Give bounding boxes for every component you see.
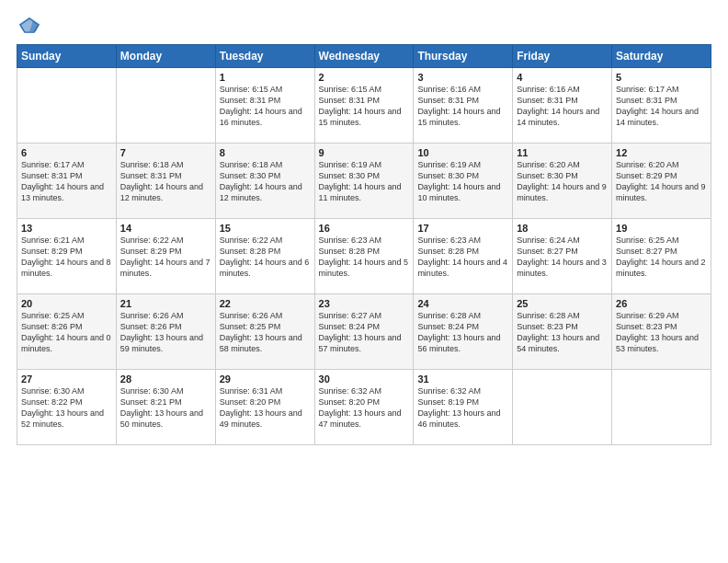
day-number: 11 — [517, 147, 608, 158]
weekday-header-thursday: Thursday — [414, 45, 513, 68]
weekday-header-wednesday: Wednesday — [314, 45, 414, 68]
calendar-cell: 22Sunrise: 6:26 AM Sunset: 8:25 PM Dayli… — [215, 294, 314, 370]
week-row-3: 13Sunrise: 6:21 AM Sunset: 8:29 PM Dayli… — [17, 219, 711, 294]
day-number: 25 — [517, 298, 608, 309]
logo-icon — [17, 15, 42, 35]
calendar-cell: 27Sunrise: 6:30 AM Sunset: 8:22 PM Dayli… — [17, 370, 117, 445]
day-number: 3 — [417, 72, 508, 83]
calendar-cell: 5Sunrise: 6:17 AM Sunset: 8:31 PM Daylig… — [612, 68, 711, 144]
weekday-header-saturday: Saturday — [612, 45, 711, 68]
day-number: 29 — [220, 373, 311, 385]
day-info: Sunrise: 6:28 AM Sunset: 8:24 PM Dayligh… — [417, 310, 508, 355]
calendar-cell: 21Sunrise: 6:26 AM Sunset: 8:26 PM Dayli… — [116, 294, 215, 370]
day-number: 4 — [517, 72, 608, 83]
calendar-cell: 1Sunrise: 6:15 AM Sunset: 8:31 PM Daylig… — [215, 68, 314, 144]
day-number: 7 — [120, 147, 211, 158]
calendar-cell: 9Sunrise: 6:19 AM Sunset: 8:30 PM Daylig… — [314, 144, 414, 219]
page-header — [17, 15, 711, 35]
day-info: Sunrise: 6:23 AM Sunset: 8:28 PM Dayligh… — [417, 235, 508, 280]
day-number: 19 — [616, 223, 707, 234]
day-number: 22 — [220, 298, 311, 309]
day-info: Sunrise: 6:23 AM Sunset: 8:28 PM Dayligh… — [319, 235, 410, 280]
day-info: Sunrise: 6:20 AM Sunset: 8:29 PM Dayligh… — [616, 159, 707, 204]
calendar-cell: 7Sunrise: 6:18 AM Sunset: 8:31 PM Daylig… — [116, 144, 215, 219]
day-number: 23 — [319, 298, 410, 309]
day-number: 21 — [120, 298, 211, 309]
day-info: Sunrise: 6:21 AM Sunset: 8:29 PM Dayligh… — [21, 235, 112, 280]
calendar-cell: 19Sunrise: 6:25 AM Sunset: 8:27 PM Dayli… — [612, 219, 711, 294]
day-info: Sunrise: 6:30 AM Sunset: 8:21 PM Dayligh… — [120, 385, 211, 431]
day-info: Sunrise: 6:31 AM Sunset: 8:20 PM Dayligh… — [220, 385, 311, 431]
day-number: 17 — [417, 223, 508, 234]
calendar-cell — [612, 370, 711, 445]
calendar-cell: 3Sunrise: 6:16 AM Sunset: 8:31 PM Daylig… — [414, 68, 513, 144]
week-row-4: 20Sunrise: 6:25 AM Sunset: 8:26 PM Dayli… — [17, 294, 711, 370]
day-number: 14 — [120, 223, 211, 234]
calendar-cell: 11Sunrise: 6:20 AM Sunset: 8:30 PM Dayli… — [513, 144, 612, 219]
day-number: 26 — [616, 298, 707, 309]
calendar-cell: 4Sunrise: 6:16 AM Sunset: 8:31 PM Daylig… — [513, 68, 612, 144]
day-info: Sunrise: 6:19 AM Sunset: 8:30 PM Dayligh… — [417, 159, 508, 204]
calendar-cell: 24Sunrise: 6:28 AM Sunset: 8:24 PM Dayli… — [414, 294, 513, 370]
day-info: Sunrise: 6:28 AM Sunset: 8:23 PM Dayligh… — [517, 310, 608, 355]
weekday-header-tuesday: Tuesday — [215, 45, 314, 68]
calendar-cell: 29Sunrise: 6:31 AM Sunset: 8:20 PM Dayli… — [215, 370, 314, 445]
calendar-cell: 17Sunrise: 6:23 AM Sunset: 8:28 PM Dayli… — [414, 219, 513, 294]
day-info: Sunrise: 6:20 AM Sunset: 8:30 PM Dayligh… — [517, 159, 608, 204]
day-info: Sunrise: 6:17 AM Sunset: 8:31 PM Dayligh… — [616, 84, 707, 129]
calendar-cell: 14Sunrise: 6:22 AM Sunset: 8:29 PM Dayli… — [116, 219, 215, 294]
day-info: Sunrise: 6:18 AM Sunset: 8:30 PM Dayligh… — [220, 159, 311, 204]
day-info: Sunrise: 6:15 AM Sunset: 8:31 PM Dayligh… — [220, 84, 311, 129]
calendar-cell: 12Sunrise: 6:20 AM Sunset: 8:29 PM Dayli… — [612, 144, 711, 219]
calendar-cell: 26Sunrise: 6:29 AM Sunset: 8:23 PM Dayli… — [612, 294, 711, 370]
day-number: 10 — [417, 147, 508, 158]
calendar-cell: 28Sunrise: 6:30 AM Sunset: 8:21 PM Dayli… — [116, 370, 215, 445]
calendar-cell: 18Sunrise: 6:24 AM Sunset: 8:27 PM Dayli… — [513, 219, 612, 294]
day-info: Sunrise: 6:16 AM Sunset: 8:31 PM Dayligh… — [417, 84, 508, 129]
day-number: 16 — [319, 223, 410, 234]
day-info: Sunrise: 6:32 AM Sunset: 8:20 PM Dayligh… — [319, 385, 410, 431]
weekday-header-monday: Monday — [116, 45, 215, 68]
day-info: Sunrise: 6:16 AM Sunset: 8:31 PM Dayligh… — [517, 84, 608, 129]
day-number: 27 — [21, 373, 112, 385]
day-number: 20 — [21, 298, 112, 309]
day-info: Sunrise: 6:25 AM Sunset: 8:27 PM Dayligh… — [616, 235, 707, 280]
calendar-cell: 20Sunrise: 6:25 AM Sunset: 8:26 PM Dayli… — [17, 294, 117, 370]
day-info: Sunrise: 6:30 AM Sunset: 8:22 PM Dayligh… — [21, 385, 112, 431]
day-number: 30 — [319, 373, 410, 385]
week-row-5: 27Sunrise: 6:30 AM Sunset: 8:22 PM Dayli… — [17, 370, 711, 445]
day-number: 12 — [616, 147, 707, 158]
calendar-cell: 23Sunrise: 6:27 AM Sunset: 8:24 PM Dayli… — [314, 294, 414, 370]
weekday-header-sunday: Sunday — [17, 45, 117, 68]
day-info: Sunrise: 6:18 AM Sunset: 8:31 PM Dayligh… — [120, 159, 211, 204]
week-row-2: 6Sunrise: 6:17 AM Sunset: 8:31 PM Daylig… — [17, 144, 711, 219]
day-info: Sunrise: 6:25 AM Sunset: 8:26 PM Dayligh… — [21, 310, 112, 355]
calendar-cell: 31Sunrise: 6:32 AM Sunset: 8:19 PM Dayli… — [414, 370, 513, 445]
day-number: 9 — [319, 147, 410, 158]
day-number: 2 — [319, 72, 410, 83]
weekday-header-row: SundayMondayTuesdayWednesdayThursdayFrid… — [17, 45, 711, 68]
calendar-cell: 15Sunrise: 6:22 AM Sunset: 8:28 PM Dayli… — [215, 219, 314, 294]
day-info: Sunrise: 6:19 AM Sunset: 8:30 PM Dayligh… — [319, 159, 410, 204]
logo — [17, 15, 46, 35]
calendar-cell: 30Sunrise: 6:32 AM Sunset: 8:20 PM Dayli… — [314, 370, 414, 445]
calendar-cell: 25Sunrise: 6:28 AM Sunset: 8:23 PM Dayli… — [513, 294, 612, 370]
day-info: Sunrise: 6:27 AM Sunset: 8:24 PM Dayligh… — [319, 310, 410, 355]
day-number: 18 — [517, 223, 608, 234]
day-info: Sunrise: 6:26 AM Sunset: 8:25 PM Dayligh… — [220, 310, 311, 355]
day-info: Sunrise: 6:22 AM Sunset: 8:29 PM Dayligh… — [120, 235, 211, 280]
day-number: 31 — [417, 373, 508, 385]
day-info: Sunrise: 6:26 AM Sunset: 8:26 PM Dayligh… — [120, 310, 211, 355]
day-info: Sunrise: 6:22 AM Sunset: 8:28 PM Dayligh… — [220, 235, 311, 280]
calendar-cell: 16Sunrise: 6:23 AM Sunset: 8:28 PM Dayli… — [314, 219, 414, 294]
calendar-cell: 2Sunrise: 6:15 AM Sunset: 8:31 PM Daylig… — [314, 68, 414, 144]
day-info: Sunrise: 6:24 AM Sunset: 8:27 PM Dayligh… — [517, 235, 608, 280]
day-info: Sunrise: 6:15 AM Sunset: 8:31 PM Dayligh… — [319, 84, 410, 129]
day-number: 24 — [417, 298, 508, 309]
day-number: 13 — [21, 223, 112, 234]
calendar-cell: 10Sunrise: 6:19 AM Sunset: 8:30 PM Dayli… — [414, 144, 513, 219]
day-number: 8 — [220, 147, 311, 158]
day-info: Sunrise: 6:29 AM Sunset: 8:23 PM Dayligh… — [616, 310, 707, 355]
calendar-cell: 13Sunrise: 6:21 AM Sunset: 8:29 PM Dayli… — [17, 219, 117, 294]
calendar-table: SundayMondayTuesdayWednesdayThursdayFrid… — [17, 44, 711, 445]
